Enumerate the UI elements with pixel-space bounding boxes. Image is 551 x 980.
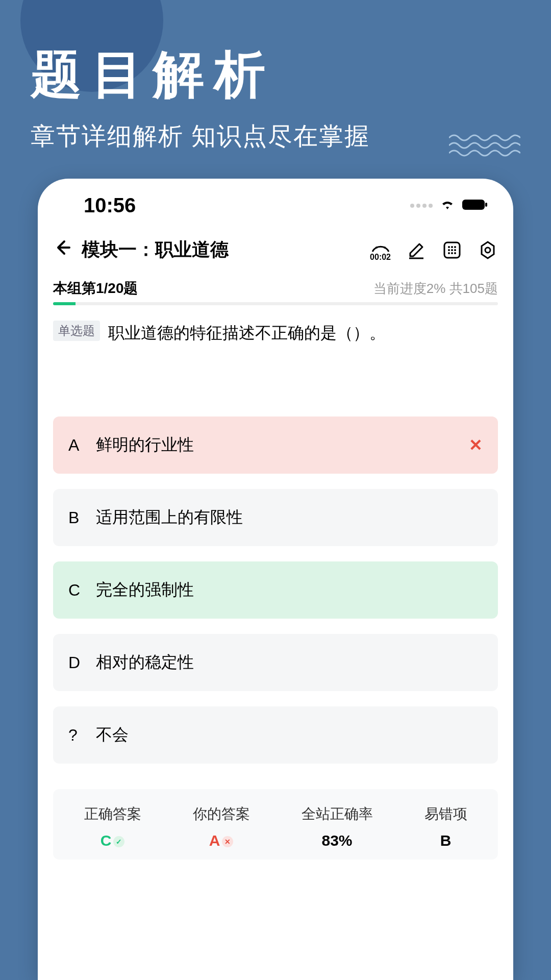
svg-point-8 bbox=[448, 249, 450, 251]
option-letter: D bbox=[68, 653, 84, 672]
option-text: 适用范围上的有限性 bbox=[96, 506, 243, 529]
nav-title: 模块一：职业道德 bbox=[82, 237, 360, 262]
stat-label: 你的答案 bbox=[193, 804, 250, 824]
stat-value: B bbox=[440, 832, 452, 849]
back-button[interactable] bbox=[53, 238, 71, 261]
phone-mockup: 10:56 模块一：职业道德 00:02 bbox=[38, 179, 513, 980]
svg-point-12 bbox=[451, 252, 453, 254]
option-text: 相对的稳定性 bbox=[96, 651, 194, 674]
answer-stats: 正确答案 C✓ 你的答案 A✕ 全站正确率 83% 易错项 B bbox=[53, 789, 498, 860]
stat-label: 正确答案 bbox=[84, 804, 141, 824]
hero-section: 题目解析 章节详细解析 知识点尽在掌握 bbox=[0, 0, 551, 168]
timer-text: 00:02 bbox=[370, 253, 391, 262]
svg-marker-14 bbox=[482, 242, 494, 258]
question-area: 单选题 职业道德的特征描述不正确的是（）。 bbox=[38, 321, 513, 345]
stat-label: 全站正确率 bbox=[302, 804, 373, 824]
question-text: 职业道德的特征描述不正确的是（）。 bbox=[108, 321, 386, 345]
progress-row: 本组第1/20题 当前进度2% 共105题 bbox=[38, 273, 513, 302]
check-icon: ✓ bbox=[113, 836, 124, 847]
stat-value: 83% bbox=[321, 832, 352, 849]
option-d[interactable]: D 相对的稳定性 bbox=[53, 634, 498, 691]
stat-accuracy: 全站正确率 83% bbox=[302, 804, 373, 849]
svg-point-3 bbox=[384, 247, 386, 249]
stat-value: A✕ bbox=[209, 832, 234, 849]
options-list: A 鲜明的行业性 ✕ B 适用范围上的有限性 C 完全的强制性 D 相对的稳定性… bbox=[38, 345, 513, 764]
stat-your-answer: 你的答案 A✕ bbox=[193, 804, 250, 849]
svg-point-10 bbox=[454, 249, 456, 251]
progress-fill bbox=[53, 302, 76, 305]
progress-bar bbox=[53, 302, 498, 305]
svg-rect-1 bbox=[485, 203, 487, 207]
svg-point-2 bbox=[375, 247, 378, 249]
option-letter: ? bbox=[68, 726, 84, 745]
stat-label: 易错项 bbox=[424, 804, 467, 824]
stat-correct-answer: 正确答案 C✓ bbox=[84, 804, 141, 849]
battery-icon bbox=[462, 199, 488, 213]
option-a[interactable]: A 鲜明的行业性 ✕ bbox=[53, 416, 498, 474]
waves-icon bbox=[449, 133, 520, 158]
stat-common-mistake: 易错项 B bbox=[424, 804, 467, 849]
nav-actions: 00:02 bbox=[370, 238, 498, 262]
svg-rect-0 bbox=[462, 200, 485, 210]
option-text: 鲜明的行业性 bbox=[96, 434, 194, 456]
stat-value: C✓ bbox=[101, 832, 125, 849]
progress-counter: 本组第1/20题 bbox=[53, 279, 138, 298]
wrong-mark-icon: ✕ bbox=[469, 435, 483, 455]
option-letter: C bbox=[68, 581, 84, 600]
option-text: 不会 bbox=[96, 724, 129, 746]
wifi-icon bbox=[440, 199, 455, 213]
hero-title: 题目解析 bbox=[31, 41, 520, 110]
progress-total: 当前进度2% 共105题 bbox=[373, 280, 498, 298]
option-b[interactable]: B 适用范围上的有限性 bbox=[53, 489, 498, 546]
settings-button[interactable] bbox=[478, 240, 498, 260]
svg-point-15 bbox=[485, 248, 490, 253]
nav-bar: 模块一：职业道德 00:02 bbox=[38, 222, 513, 273]
option-text: 完全的强制性 bbox=[96, 579, 194, 601]
svg-point-7 bbox=[454, 246, 456, 248]
svg-point-5 bbox=[448, 246, 450, 248]
hero-subtitle: 章节详细解析 知识点尽在掌握 bbox=[31, 120, 520, 153]
status-icons bbox=[410, 199, 488, 213]
question-type-tag: 单选题 bbox=[53, 321, 100, 341]
edit-button[interactable] bbox=[406, 240, 427, 260]
svg-point-11 bbox=[448, 252, 450, 254]
status-time: 10:56 bbox=[84, 194, 136, 217]
grid-button[interactable] bbox=[442, 240, 462, 260]
option-letter: A bbox=[68, 436, 84, 455]
svg-point-13 bbox=[454, 252, 456, 254]
status-bar: 10:56 bbox=[38, 179, 513, 222]
option-letter: B bbox=[68, 508, 84, 527]
signal-icon bbox=[410, 204, 433, 208]
svg-point-9 bbox=[451, 249, 453, 251]
option-unknown[interactable]: ? 不会 bbox=[53, 706, 498, 764]
x-icon: ✕ bbox=[222, 836, 233, 847]
option-c[interactable]: C 完全的强制性 bbox=[53, 561, 498, 619]
timer-button[interactable]: 00:02 bbox=[370, 238, 391, 262]
svg-point-6 bbox=[451, 246, 453, 248]
